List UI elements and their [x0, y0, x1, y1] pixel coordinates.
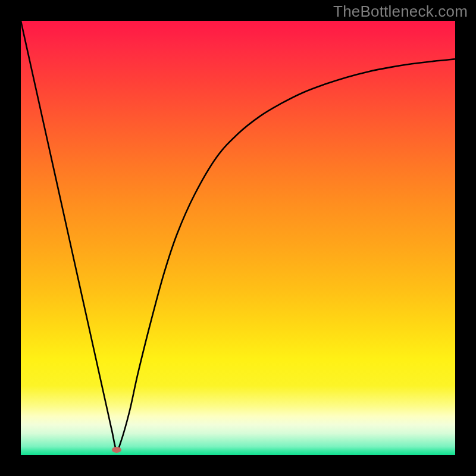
watermark-text: TheBottleneck.com	[333, 2, 468, 21]
minimum-marker	[112, 447, 121, 453]
plot-area	[21, 21, 455, 455]
bottleneck-curve	[21, 21, 455, 455]
chart-frame: TheBottleneck.com	[0, 0, 476, 476]
